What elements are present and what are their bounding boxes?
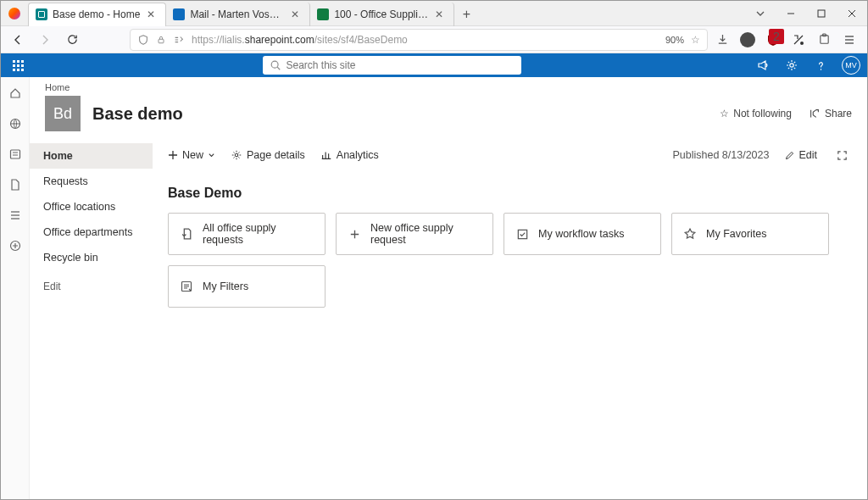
svg-point-20 xyxy=(235,153,238,157)
search-input[interactable] xyxy=(287,59,515,71)
app-launcher-icon[interactable] xyxy=(8,55,28,75)
nav-item-home[interactable]: Home xyxy=(30,143,153,169)
analytics-button[interactable]: Analytics xyxy=(320,149,379,161)
minimize-button[interactable] xyxy=(776,1,806,26)
quick-links: All office supply requests New office su… xyxy=(168,213,852,308)
address-bar[interactable]: https://lialis.sharepoint.com/sites/sf4/… xyxy=(130,29,708,51)
account-icon[interactable] xyxy=(740,32,755,47)
page-title: Base Demo xyxy=(168,186,852,201)
close-icon[interactable]: ✕ xyxy=(145,8,157,20)
browser-titlebar: Base demo - Home ✕ Mail - Marten Vosmer … xyxy=(1,1,867,26)
browser-tab-1[interactable]: Mail - Marten Vosmer - Outlook ✕ xyxy=(166,3,310,26)
sharepoint-favicon xyxy=(317,8,329,20)
star-icon xyxy=(682,226,698,242)
sharepoint-suite-bar: MV xyxy=(1,53,867,77)
downloads-icon[interactable] xyxy=(715,32,730,47)
rail-news-icon[interactable] xyxy=(8,147,23,162)
svg-rect-2 xyxy=(159,39,164,43)
user-avatar[interactable]: MV xyxy=(842,56,860,75)
new-button[interactable]: New xyxy=(168,149,215,161)
browser-tab-2[interactable]: 100 - Office Supplies Approval ✕ xyxy=(310,3,454,26)
rail-lists-icon[interactable] xyxy=(8,208,23,223)
svg-rect-1 xyxy=(818,10,825,17)
url-text: https://lialis.sharepoint.com/sites/sf4/… xyxy=(192,34,659,46)
back-button[interactable] xyxy=(8,30,28,50)
tile-favorites[interactable]: My Favorites xyxy=(671,213,829,255)
tile-new-request[interactable]: New office supply request xyxy=(336,213,493,255)
plus-icon xyxy=(347,226,362,242)
star-icon: ☆ xyxy=(720,108,729,119)
forward-button[interactable] xyxy=(35,30,55,50)
tile-workflow-tasks[interactable]: My workflow tasks xyxy=(504,213,661,255)
permissions-icon xyxy=(173,34,185,46)
svg-rect-21 xyxy=(518,230,526,238)
sharepoint-favicon xyxy=(36,8,47,20)
expand-icon[interactable] xyxy=(832,149,852,162)
left-nav: Home Requests Office locations Office de… xyxy=(30,140,153,499)
tile-label: All office supply requests xyxy=(203,222,314,246)
browser-tabs: Base demo - Home ✕ Mail - Marten Vosmer … xyxy=(28,1,478,26)
svg-point-3 xyxy=(800,42,804,45)
follow-button[interactable]: ☆ Not following xyxy=(720,108,792,119)
command-bar: New Page details Analytics Published 8/1… xyxy=(168,140,852,170)
share-button[interactable]: Share xyxy=(809,108,852,119)
shield-icon xyxy=(137,34,149,46)
lock-icon xyxy=(156,35,166,45)
close-button[interactable] xyxy=(837,1,867,26)
rail-global-icon[interactable] xyxy=(8,116,23,131)
close-icon[interactable]: ✕ xyxy=(289,8,301,20)
app-rail xyxy=(1,77,30,499)
outlook-favicon xyxy=(173,8,185,20)
site-logo[interactable]: Bd xyxy=(45,96,81,131)
firefox-icon xyxy=(1,8,28,19)
tab-label: Mail - Marten Vosmer - Outlook xyxy=(190,8,284,20)
search-icon xyxy=(270,59,281,71)
maximize-button[interactable] xyxy=(806,1,837,26)
tile-all-requests[interactable]: All office supply requests xyxy=(168,213,326,255)
zoom-level[interactable]: 90% xyxy=(665,35,684,45)
svg-point-9 xyxy=(271,61,278,68)
search-box[interactable] xyxy=(263,56,521,75)
extension-icon[interactable] xyxy=(791,32,806,47)
svg-point-11 xyxy=(790,64,793,67)
gear-icon[interactable] xyxy=(784,58,799,73)
extensions-menu-icon[interactable] xyxy=(816,32,832,47)
nav-edit-link[interactable]: Edit xyxy=(30,274,153,299)
edit-page-button[interactable]: Edit xyxy=(784,149,817,161)
nav-item-recycle-bin[interactable]: Recycle bin xyxy=(30,245,153,270)
app-menu-icon[interactable] xyxy=(842,32,857,47)
rail-create-icon[interactable] xyxy=(8,238,23,253)
tab-dropdown-icon[interactable] xyxy=(745,1,776,26)
browser-tab-0[interactable]: Base demo - Home ✕ xyxy=(28,3,166,26)
tab-label: 100 - Office Supplies Approval xyxy=(334,8,428,20)
new-tab-button[interactable]: + xyxy=(454,3,478,26)
svg-line-10 xyxy=(277,67,280,69)
nav-item-office-departments[interactable]: Office departments xyxy=(30,219,153,245)
checkbox-icon xyxy=(515,226,530,242)
rail-home-icon[interactable] xyxy=(8,86,23,101)
tile-label: My workflow tasks xyxy=(538,228,650,240)
tile-label: My Filters xyxy=(203,281,314,292)
breadcrumb[interactable]: Home xyxy=(30,77,867,92)
browser-urlbar: https://lialis.sharepoint.com/sites/sf4/… xyxy=(1,26,867,53)
megaphone-icon[interactable] xyxy=(755,58,771,73)
nav-item-office-locations[interactable]: Office locations xyxy=(30,194,153,219)
tile-label: My Favorites xyxy=(706,228,818,240)
bookmark-icon[interactable]: ☆ xyxy=(691,34,700,46)
published-label: Published 8/13/2023 xyxy=(672,149,769,161)
help-icon[interactable] xyxy=(813,58,828,73)
rail-files-icon[interactable] xyxy=(8,177,23,192)
svg-rect-13 xyxy=(10,150,19,158)
page-details-button[interactable]: Page details xyxy=(231,149,305,161)
nav-item-requests[interactable]: Requests xyxy=(30,169,153,194)
close-icon[interactable]: ✕ xyxy=(433,8,445,20)
reload-button[interactable] xyxy=(62,30,82,50)
chevron-down-icon xyxy=(208,152,215,159)
site-header: Bd Base demo ☆ Not following Share xyxy=(30,92,867,140)
tile-filters[interactable]: My Filters xyxy=(168,265,326,308)
ublock-icon[interactable]: 2 xyxy=(765,32,781,47)
tile-label: New office supply request xyxy=(370,222,482,246)
site-title: Base demo xyxy=(92,104,183,124)
pencil-icon xyxy=(784,150,795,161)
tab-label: Base demo - Home xyxy=(53,8,140,20)
